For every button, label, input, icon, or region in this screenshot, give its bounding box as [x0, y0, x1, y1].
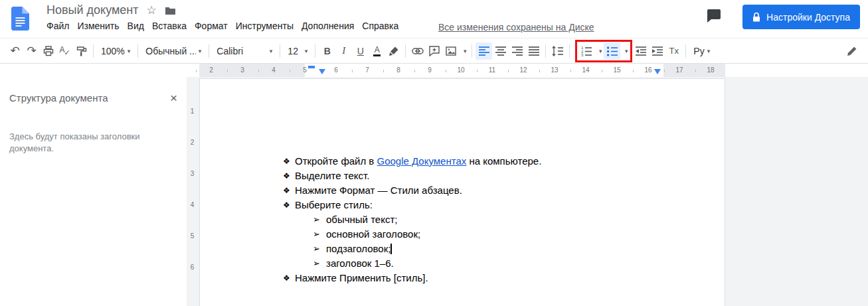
doc-line-text: заголовок 1–6. [326, 256, 394, 271]
doc-list-item[interactable]: ❖Откройте файл в Google Документах на ко… [200, 154, 725, 169]
doc-list-item[interactable]: ➢заголовок 1–6. [200, 256, 725, 271]
bold-button[interactable]: B [319, 42, 335, 60]
zoom-select[interactable]: 100% ▾ [97, 42, 134, 60]
menu-file[interactable]: Файл [43, 19, 73, 33]
ruler-tick [695, 70, 696, 72]
align-right-button[interactable] [509, 42, 525, 60]
font-size-value: 12 [288, 46, 302, 56]
align-center-button[interactable] [492, 42, 509, 60]
italic-button[interactable]: I [335, 42, 352, 60]
line-spacing-button[interactable] [549, 42, 566, 60]
align-justify-button[interactable] [525, 42, 542, 60]
arrow-bullet-icon: ➢ [313, 242, 320, 256]
ruler-right-margin [663, 64, 725, 77]
doc-text-segment: Нажмите Формат — Стили абзацев. [295, 185, 462, 196]
add-comment-button[interactable] [426, 42, 442, 60]
vertical-ruler-number: 5 [187, 232, 198, 240]
insert-link-button[interactable] [409, 42, 426, 60]
print-button[interactable] [40, 42, 56, 60]
doc-list-item[interactable]: ❖Нажмите Формат — Стили абзацев. [200, 183, 725, 198]
clear-formatting-button[interactable]: Tx [665, 42, 682, 60]
annotation-red-box: 123 ▾ [575, 40, 632, 62]
doc-hyperlink[interactable]: Google Документах [377, 155, 467, 167]
font-select[interactable]: Calibri ▾ [213, 42, 276, 60]
vertical-ruler-number: 3 [187, 170, 198, 177]
ruler-number: 14 [582, 66, 589, 74]
first-line-indent-marker[interactable] [308, 66, 315, 68]
bulleted-list-button[interactable] [604, 42, 620, 60]
paint-format-button[interactable] [73, 42, 90, 60]
chevron-down-icon: ▾ [625, 48, 628, 54]
undo-button[interactable]: ↶ [7, 42, 23, 60]
doc-list-item[interactable]: ❖Выделите текст. [200, 169, 725, 183]
vertical-ruler[interactable]: 123456 [187, 77, 199, 306]
doc-list-item[interactable]: ❖Выберите стиль: [200, 198, 725, 212]
share-button-label: Настройки Доступа [766, 12, 850, 23]
editing-mode-button[interactable] [843, 42, 860, 60]
toolbar-separator [405, 44, 406, 58]
input-tools-select[interactable]: Ру ▾ [689, 42, 714, 60]
align-left-icon [478, 46, 490, 56]
menu-view[interactable]: Вид [124, 19, 148, 33]
ruler-tick [570, 70, 571, 72]
link-icon [412, 48, 424, 54]
decrease-indent-button[interactable] [632, 42, 649, 60]
doc-line-text: основной заголовок; [326, 227, 420, 242]
spellcheck-button[interactable]: A ✓ [56, 42, 73, 60]
document-title[interactable]: Новый документ [46, 3, 139, 17]
paragraph-style-select[interactable]: Обычный ... ▾ [141, 42, 205, 60]
chevron-down-icon: ▾ [270, 48, 273, 54]
ruler-number: 12 [519, 66, 527, 74]
menu-tools[interactable]: Инструменты [232, 19, 298, 33]
vertical-ruler-number: 6 [187, 264, 198, 271]
right-indent-marker[interactable] [654, 69, 661, 74]
ruler-number: 15 [613, 66, 620, 74]
diamond-bullet-icon: ❖ [283, 154, 290, 169]
document-page[interactable]: ❖Откройте файл в Google Документах на ко… [199, 78, 725, 306]
vertical-ruler-number: 2 [187, 139, 198, 146]
align-justify-icon [528, 46, 540, 56]
bulleted-list-menu-arrow[interactable]: ▾ [620, 42, 630, 60]
star-icon[interactable]: ☆ [147, 3, 157, 17]
horizontal-ruler[interactable]: 23456789101112131415161718 [0, 64, 868, 77]
left-indent-marker[interactable] [319, 69, 325, 74]
chevron-down-icon: ▾ [707, 48, 711, 54]
insert-image-menu-arrow[interactable]: ▾ [459, 42, 468, 60]
ruler-number: 3 [240, 66, 244, 74]
text-color-button[interactable]: A [369, 42, 385, 60]
align-left-button[interactable] [476, 42, 492, 60]
doc-list-item[interactable]: ➢подзаголовок; [200, 242, 725, 256]
menu-addons[interactable]: Дополнения [298, 19, 358, 33]
redo-button[interactable]: ↷ [23, 42, 40, 60]
doc-line-text: обычный текст; [326, 212, 397, 227]
menu-help[interactable]: Справка [358, 19, 402, 33]
arrow-bullet-icon: ➢ [313, 256, 320, 271]
move-to-folder-icon[interactable] [165, 6, 176, 15]
comment-history-icon[interactable] [705, 9, 721, 25]
font-size-select[interactable]: 12 ▾ [284, 42, 311, 60]
save-status-link[interactable]: Все изменения сохранены на Диске [438, 22, 594, 33]
menu-insert[interactable]: Вставка [148, 19, 191, 33]
close-icon[interactable]: × [170, 92, 177, 104]
outline-empty-message: Здесь будут показаны заголовки документа… [9, 131, 157, 155]
increase-indent-button[interactable] [649, 42, 665, 60]
underline-button[interactable]: U [352, 42, 369, 60]
align-right-icon [511, 46, 523, 56]
menu-edit[interactable]: Изменить [73, 19, 123, 33]
menu-format[interactable]: Формат [191, 19, 232, 33]
numbered-list-button[interactable]: 123 [578, 42, 594, 60]
doc-text-segment: основной заголовок; [326, 228, 420, 240]
document-area: 123456 ❖Откройте файл в Google Документа… [187, 77, 868, 306]
numbered-list-menu-arrow[interactable]: ▾ [594, 42, 604, 60]
ruler-number: 9 [428, 66, 432, 74]
google-docs-logo[interactable] [11, 7, 29, 33]
ruler-number: 18 [707, 66, 714, 74]
ruler-number: 8 [396, 66, 400, 74]
highlight-color-button[interactable] [385, 42, 402, 60]
doc-list-item[interactable]: ➢обычный текст; [200, 212, 725, 227]
doc-list-item[interactable]: ❖Нажмите Применить [стиль]. [200, 271, 725, 285]
doc-list-item[interactable]: ➢основной заголовок; [200, 227, 725, 242]
toolbar-separator [93, 44, 94, 58]
share-button[interactable]: Настройки Доступа [742, 5, 860, 29]
insert-image-button[interactable] [442, 42, 459, 60]
